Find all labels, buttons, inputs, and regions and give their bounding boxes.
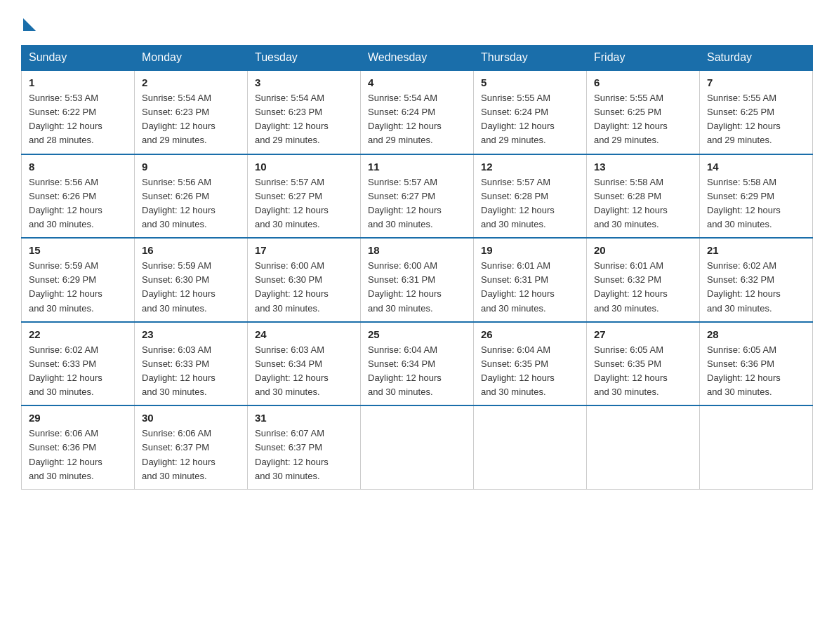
day-number: 19 [481, 244, 579, 256]
calendar-cell: 28 Sunrise: 6:05 AMSunset: 6:36 PMDaylig… [700, 322, 813, 406]
calendar-cell: 3 Sunrise: 5:54 AMSunset: 6:23 PMDayligh… [248, 70, 361, 154]
day-info: Sunrise: 5:56 AMSunset: 6:26 PMDaylight:… [142, 177, 216, 229]
calendar-week-5: 29 Sunrise: 6:06 AMSunset: 6:36 PMDaylig… [22, 405, 813, 489]
day-number: 17 [255, 244, 353, 256]
day-info: Sunrise: 5:54 AMSunset: 6:23 PMDaylight:… [142, 93, 216, 145]
calendar-cell: 24 Sunrise: 6:03 AMSunset: 6:34 PMDaylig… [248, 322, 361, 406]
day-info: Sunrise: 5:54 AMSunset: 6:24 PMDaylight:… [368, 93, 442, 145]
day-info: Sunrise: 5:55 AMSunset: 6:24 PMDaylight:… [481, 93, 555, 145]
column-header-tuesday: Tuesday [248, 46, 361, 71]
day-number: 23 [142, 328, 240, 340]
calendar-cell: 6 Sunrise: 5:55 AMSunset: 6:25 PMDayligh… [587, 70, 700, 154]
calendar-cell: 2 Sunrise: 5:54 AMSunset: 6:23 PMDayligh… [135, 70, 248, 154]
calendar-cell: 26 Sunrise: 6:04 AMSunset: 6:35 PMDaylig… [474, 322, 587, 406]
page-header [21, 14, 813, 31]
day-number: 20 [594, 244, 692, 256]
column-header-thursday: Thursday [474, 46, 587, 71]
calendar-cell: 17 Sunrise: 6:00 AMSunset: 6:30 PMDaylig… [248, 238, 361, 322]
day-number: 8 [29, 161, 127, 173]
day-number: 15 [29, 244, 127, 256]
day-number: 27 [594, 328, 692, 340]
column-header-wednesday: Wednesday [361, 46, 474, 71]
day-info: Sunrise: 5:57 AMSunset: 6:27 PMDaylight:… [368, 177, 442, 229]
calendar-week-1: 1 Sunrise: 5:53 AMSunset: 6:22 PMDayligh… [22, 70, 813, 154]
calendar-header-row: SundayMondayTuesdayWednesdayThursdayFrid… [22, 46, 813, 71]
calendar-cell: 4 Sunrise: 5:54 AMSunset: 6:24 PMDayligh… [361, 70, 474, 154]
day-number: 18 [368, 244, 466, 256]
day-info: Sunrise: 6:04 AMSunset: 6:35 PMDaylight:… [481, 344, 555, 397]
calendar-table: SundayMondayTuesdayWednesdayThursdayFrid… [21, 45, 813, 490]
day-info: Sunrise: 6:06 AMSunset: 6:37 PMDaylight:… [142, 428, 216, 481]
day-info: Sunrise: 6:07 AMSunset: 6:37 PMDaylight:… [255, 428, 329, 481]
calendar-cell: 20 Sunrise: 6:01 AMSunset: 6:32 PMDaylig… [587, 238, 700, 322]
column-header-friday: Friday [587, 46, 700, 71]
day-number: 31 [255, 412, 353, 424]
day-info: Sunrise: 6:05 AMSunset: 6:36 PMDaylight:… [707, 344, 781, 397]
day-info: Sunrise: 5:57 AMSunset: 6:27 PMDaylight:… [255, 177, 329, 229]
day-info: Sunrise: 5:57 AMSunset: 6:28 PMDaylight:… [481, 177, 555, 229]
day-info: Sunrise: 5:55 AMSunset: 6:25 PMDaylight:… [594, 93, 668, 145]
day-number: 26 [481, 328, 579, 340]
calendar-cell: 7 Sunrise: 5:55 AMSunset: 6:25 PMDayligh… [700, 70, 813, 154]
calendar-cell [587, 405, 700, 489]
day-info: Sunrise: 6:02 AMSunset: 6:32 PMDaylight:… [707, 260, 781, 313]
day-info: Sunrise: 6:01 AMSunset: 6:31 PMDaylight:… [481, 260, 555, 313]
day-number: 28 [707, 328, 805, 340]
day-info: Sunrise: 6:00 AMSunset: 6:31 PMDaylight:… [368, 260, 442, 313]
calendar-cell: 19 Sunrise: 6:01 AMSunset: 6:31 PMDaylig… [474, 238, 587, 322]
calendar-cell: 23 Sunrise: 6:03 AMSunset: 6:33 PMDaylig… [135, 322, 248, 406]
day-number: 13 [594, 161, 692, 173]
day-info: Sunrise: 6:03 AMSunset: 6:34 PMDaylight:… [255, 344, 329, 397]
calendar-week-3: 15 Sunrise: 5:59 AMSunset: 6:29 PMDaylig… [22, 238, 813, 322]
day-info: Sunrise: 5:59 AMSunset: 6:30 PMDaylight:… [142, 260, 216, 313]
calendar-cell [700, 405, 813, 489]
day-number: 14 [707, 161, 805, 173]
day-info: Sunrise: 5:54 AMSunset: 6:23 PMDaylight:… [255, 93, 329, 145]
day-number: 12 [481, 161, 579, 173]
day-info: Sunrise: 5:56 AMSunset: 6:26 PMDaylight:… [29, 177, 102, 229]
day-info: Sunrise: 6:00 AMSunset: 6:30 PMDaylight:… [255, 260, 329, 313]
calendar-cell: 9 Sunrise: 5:56 AMSunset: 6:26 PMDayligh… [135, 154, 248, 239]
day-number: 10 [255, 161, 353, 173]
day-info: Sunrise: 6:05 AMSunset: 6:35 PMDaylight:… [594, 344, 668, 397]
calendar-cell: 1 Sunrise: 5:53 AMSunset: 6:22 PMDayligh… [22, 70, 135, 154]
day-number: 16 [142, 244, 240, 256]
day-number: 1 [29, 76, 127, 88]
calendar-cell: 12 Sunrise: 5:57 AMSunset: 6:28 PMDaylig… [474, 154, 587, 239]
day-number: 30 [142, 412, 240, 424]
day-number: 4 [368, 76, 466, 88]
logo [21, 14, 36, 31]
calendar-cell: 31 Sunrise: 6:07 AMSunset: 6:37 PMDaylig… [248, 405, 361, 489]
day-number: 25 [368, 328, 466, 340]
day-info: Sunrise: 6:04 AMSunset: 6:34 PMDaylight:… [368, 344, 442, 397]
calendar-cell: 10 Sunrise: 5:57 AMSunset: 6:27 PMDaylig… [248, 154, 361, 239]
column-header-saturday: Saturday [700, 46, 813, 71]
calendar-cell: 30 Sunrise: 6:06 AMSunset: 6:37 PMDaylig… [135, 405, 248, 489]
calendar-cell: 29 Sunrise: 6:06 AMSunset: 6:36 PMDaylig… [22, 405, 135, 489]
day-info: Sunrise: 5:58 AMSunset: 6:28 PMDaylight:… [594, 177, 668, 229]
day-number: 21 [707, 244, 805, 256]
calendar-week-2: 8 Sunrise: 5:56 AMSunset: 6:26 PMDayligh… [22, 154, 813, 239]
calendar-cell: 11 Sunrise: 5:57 AMSunset: 6:27 PMDaylig… [361, 154, 474, 239]
day-number: 22 [29, 328, 127, 340]
day-info: Sunrise: 6:06 AMSunset: 6:36 PMDaylight:… [29, 428, 102, 481]
day-info: Sunrise: 6:02 AMSunset: 6:33 PMDaylight:… [29, 344, 102, 397]
calendar-cell: 13 Sunrise: 5:58 AMSunset: 6:28 PMDaylig… [587, 154, 700, 239]
calendar-cell: 25 Sunrise: 6:04 AMSunset: 6:34 PMDaylig… [361, 322, 474, 406]
day-info: Sunrise: 6:01 AMSunset: 6:32 PMDaylight:… [594, 260, 668, 313]
calendar-cell [474, 405, 587, 489]
day-info: Sunrise: 6:03 AMSunset: 6:33 PMDaylight:… [142, 344, 216, 397]
day-number: 7 [707, 76, 805, 88]
day-number: 29 [29, 412, 127, 424]
calendar-cell: 18 Sunrise: 6:00 AMSunset: 6:31 PMDaylig… [361, 238, 474, 322]
day-number: 9 [142, 161, 240, 173]
column-header-monday: Monday [135, 46, 248, 71]
day-number: 11 [368, 161, 466, 173]
day-number: 5 [481, 76, 579, 88]
day-number: 3 [255, 76, 353, 88]
calendar-cell: 22 Sunrise: 6:02 AMSunset: 6:33 PMDaylig… [22, 322, 135, 406]
calendar-cell [361, 405, 474, 489]
day-number: 6 [594, 76, 692, 88]
logo-arrow-icon [23, 18, 36, 31]
calendar-cell: 14 Sunrise: 5:58 AMSunset: 6:29 PMDaylig… [700, 154, 813, 239]
